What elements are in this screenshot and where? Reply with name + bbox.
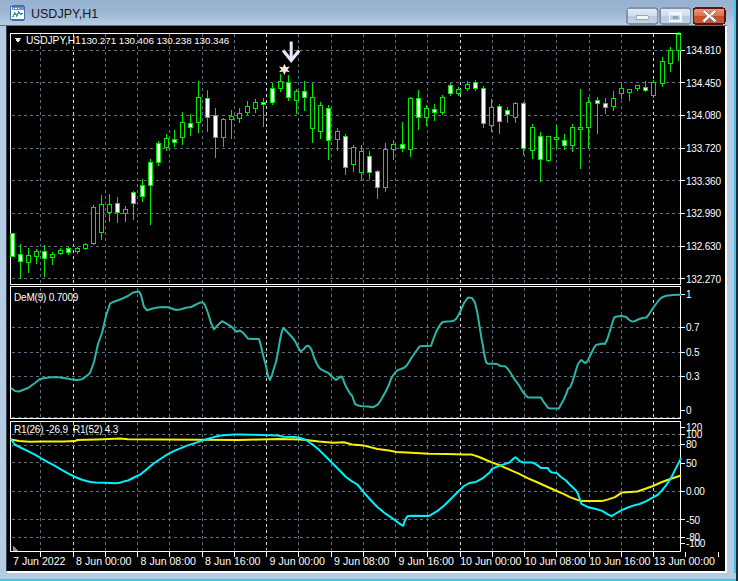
svg-text:133.720: 133.720 <box>686 143 721 154</box>
svg-text:-100: -100 <box>686 538 706 549</box>
svg-text:80: 80 <box>686 439 697 450</box>
svg-text:8 Jun 16:00: 8 Jun 16:00 <box>205 555 260 567</box>
svg-text:132.990: 132.990 <box>686 208 721 219</box>
svg-text:-50: -50 <box>686 515 700 526</box>
svg-text:1: 1 <box>686 289 692 300</box>
svg-text:0.7: 0.7 <box>686 322 700 333</box>
svg-text:7 Jun 2022: 7 Jun 2022 <box>13 555 66 567</box>
svg-text:10 Jun 08:00: 10 Jun 08:00 <box>525 555 586 567</box>
svg-text:132.270: 132.270 <box>686 274 721 285</box>
svg-text:10 Jun 00:00: 10 Jun 00:00 <box>460 555 521 567</box>
svg-text:USDJPY,H1: USDJPY,H1 <box>26 35 81 46</box>
svg-text:9 Jun 08:00: 9 Jun 08:00 <box>334 555 389 567</box>
svg-text:8 Jun 00:00: 8 Jun 00:00 <box>76 555 131 567</box>
svg-text:9 Jun 00:00: 9 Jun 00:00 <box>270 555 325 567</box>
svg-text:133.360: 133.360 <box>686 176 721 187</box>
svg-text:10 Jun 16:00: 10 Jun 16:00 <box>589 555 650 567</box>
svg-text:9 Jun 16:00: 9 Jun 16:00 <box>399 555 454 567</box>
svg-text:134.080: 134.080 <box>686 110 721 121</box>
svg-text:0.3: 0.3 <box>686 371 700 382</box>
svg-text:USDJPY,H1: USDJPY,H1 <box>31 7 98 21</box>
svg-text:50: 50 <box>686 458 697 469</box>
svg-text:132.630: 132.630 <box>686 241 721 252</box>
svg-text:DeM(9) 0.7009: DeM(9) 0.7009 <box>14 292 79 303</box>
svg-text:130.271 130.406 130.238 130.34: 130.271 130.406 130.238 130.346 <box>81 35 230 46</box>
svg-text:13 Jun 00:00: 13 Jun 00:00 <box>654 555 715 567</box>
svg-text:0.5: 0.5 <box>686 347 700 358</box>
svg-text:134.810: 134.810 <box>686 45 721 56</box>
svg-text:R1(26) -26.9 R1(52) 4.3: R1(26) -26.9 R1(52) 4.3 <box>14 424 119 435</box>
svg-text:134.450: 134.450 <box>686 78 721 89</box>
svg-text:8 Jun 08:00: 8 Jun 08:00 <box>141 555 196 567</box>
svg-text:0.00: 0.00 <box>686 486 705 497</box>
svg-text:0: 0 <box>686 405 692 416</box>
